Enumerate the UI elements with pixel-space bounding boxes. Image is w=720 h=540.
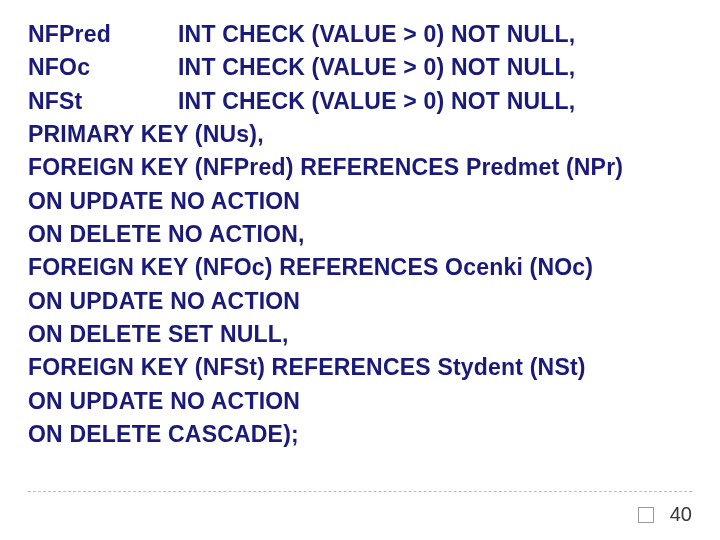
sql-line: FOREIGN KEY (NFOc) REFERENCES Ocenki (NO… xyxy=(28,251,692,284)
column-row: NFPred INT CHECK (VALUE > 0) NOT NULL, xyxy=(28,18,692,51)
column-name: NFPred xyxy=(28,18,178,51)
sql-line: PRIMARY KEY (NUs), xyxy=(28,118,692,151)
column-row: NFOc INT CHECK (VALUE > 0) NOT NULL, xyxy=(28,51,692,84)
slide-footer: 40 xyxy=(28,491,692,526)
column-type: INT CHECK (VALUE > 0) NOT NULL, xyxy=(178,51,575,84)
slide: NFPred INT CHECK (VALUE > 0) NOT NULL, N… xyxy=(0,0,720,540)
sql-line: FOREIGN KEY (NFPred) REFERENCES Predmet … xyxy=(28,151,692,184)
sql-line: ON UPDATE NO ACTION xyxy=(28,285,692,318)
sql-line: ON UPDATE NO ACTION xyxy=(28,185,692,218)
column-type: INT CHECK (VALUE > 0) NOT NULL, xyxy=(178,18,575,51)
sql-line: ON DELETE SET NULL, xyxy=(28,318,692,351)
sql-line: FOREIGN KEY (NFSt) REFERENCES Stydent (N… xyxy=(28,351,692,384)
sql-line: ON DELETE CASCADE); xyxy=(28,418,692,451)
column-definitions: NFPred INT CHECK (VALUE > 0) NOT NULL, N… xyxy=(28,18,692,118)
column-name: NFSt xyxy=(28,85,178,118)
page-number: 40 xyxy=(670,503,692,526)
sql-code-block: NFPred INT CHECK (VALUE > 0) NOT NULL, N… xyxy=(28,18,692,491)
column-row: NFSt INT CHECK (VALUE > 0) NOT NULL, xyxy=(28,85,692,118)
checkbox-icon xyxy=(638,507,654,523)
column-name: NFOc xyxy=(28,51,178,84)
column-type: INT CHECK (VALUE > 0) NOT NULL, xyxy=(178,85,575,118)
sql-line: ON UPDATE NO ACTION xyxy=(28,385,692,418)
sql-line: ON DELETE NO ACTION, xyxy=(28,218,692,251)
